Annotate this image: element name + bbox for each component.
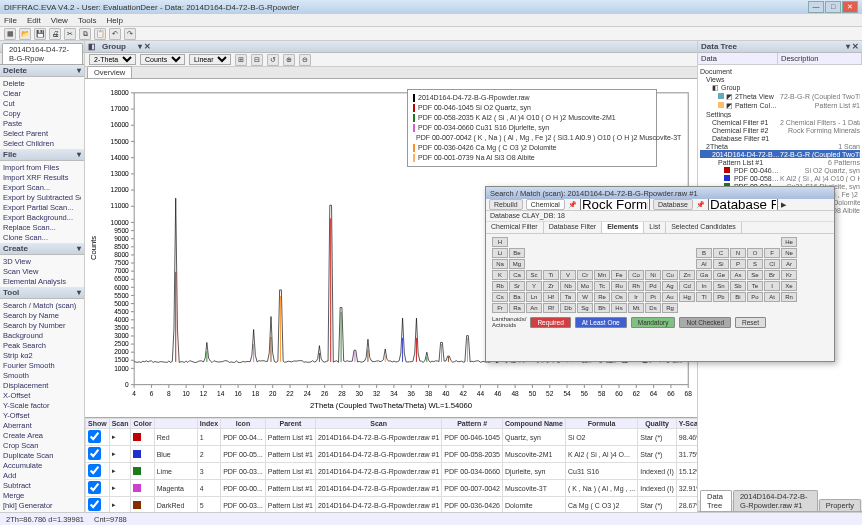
tree-row[interactable]: 2014D164-D4-72-B-G-Rpowder.raw #172-B-G-…: [700, 150, 860, 158]
element-Te[interactable]: Te: [747, 281, 763, 291]
element-V[interactable]: V: [560, 270, 576, 280]
scale-select[interactable]: Linear: [189, 54, 231, 65]
axis-x-select[interactable]: 2-Theta: [89, 54, 136, 65]
row-show-checkbox[interactable]: [88, 464, 101, 477]
file-section-header[interactable]: File▾: [0, 149, 84, 161]
tool-print-icon[interactable]: 🖨: [49, 28, 61, 40]
close-button[interactable]: ✕: [842, 1, 858, 13]
tree-row[interactable]: Document: [700, 67, 860, 75]
element-Cd[interactable]: Cd: [679, 281, 695, 291]
pin-icon[interactable]: 📌: [568, 201, 577, 209]
tool-save-icon[interactable]: 💾: [34, 28, 46, 40]
element-Zn[interactable]: Zn: [679, 270, 695, 280]
element-Re[interactable]: Re: [594, 292, 610, 302]
element-Ti[interactable]: Ti: [543, 270, 559, 280]
element-Cu[interactable]: Cu: [662, 270, 678, 280]
element-In[interactable]: In: [696, 281, 712, 291]
database-filter-combo[interactable]: [708, 199, 778, 211]
chemical-filter-combo[interactable]: [580, 199, 650, 211]
tool-item[interactable]: Fourier Smooth: [3, 360, 81, 370]
file-item[interactable]: Export Scan...: [3, 182, 81, 192]
element-Ag[interactable]: Ag: [662, 281, 678, 291]
element-At[interactable]: At: [764, 292, 780, 302]
tool-item[interactable]: Crop Scan: [3, 440, 81, 450]
tool-item[interactable]: Create Area: [3, 430, 81, 440]
element-Br[interactable]: Br: [764, 270, 780, 280]
menu-view[interactable]: View: [51, 16, 68, 25]
btn-not-checked[interactable]: Not Checked: [679, 317, 731, 328]
chart-tool-icon[interactable]: ↺: [267, 54, 279, 66]
dlg-subtab[interactable]: Database Filter: [544, 222, 602, 233]
element-Fr[interactable]: Fr: [492, 303, 508, 313]
row-scan-icon[interactable]: ▸: [109, 463, 131, 480]
file-item[interactable]: Replace Scan...: [3, 222, 81, 232]
element-Y[interactable]: Y: [526, 281, 542, 291]
element-Os[interactable]: Os: [611, 292, 627, 302]
menu-file[interactable]: File: [4, 16, 17, 25]
max-button[interactable]: □: [825, 1, 841, 13]
delete-item[interactable]: Paste: [3, 118, 81, 128]
menu-tools[interactable]: Tools: [78, 16, 97, 25]
element-Tc[interactable]: Tc: [594, 281, 610, 291]
element-Sg[interactable]: Sg: [577, 303, 593, 313]
tool-item[interactable]: Aberrant: [3, 420, 81, 430]
element-Ar[interactable]: Ar: [781, 259, 797, 269]
row-scan-icon[interactable]: ▸: [109, 429, 131, 446]
element-Rh[interactable]: Rh: [628, 281, 644, 291]
tool-item[interactable]: Displacement: [3, 380, 81, 390]
tool-item[interactable]: Smooth: [3, 370, 81, 380]
element-Cr[interactable]: Cr: [577, 270, 593, 280]
element-Sc[interactable]: Sc: [526, 270, 542, 280]
tree-row[interactable]: PDF 00-058-2035K Al2 ( Si , Al )4 O10 ( …: [700, 174, 860, 182]
element-Hf[interactable]: Hf: [543, 292, 559, 302]
tool-open-icon[interactable]: 📂: [19, 28, 31, 40]
tool-item[interactable]: Y-Offset: [3, 410, 81, 420]
tree-row[interactable]: 2Theta1 Scan: [700, 142, 860, 150]
element-Rb[interactable]: Rb: [492, 281, 508, 291]
tool-item[interactable]: Search by Name: [3, 310, 81, 320]
tool-paste-icon[interactable]: 📋: [94, 28, 106, 40]
delete-item[interactable]: Select Parent: [3, 128, 81, 138]
delete-item[interactable]: Clear: [3, 88, 81, 98]
dlg-subtab[interactable]: Selected Candidates: [666, 222, 742, 233]
tool-item[interactable]: Background: [3, 330, 81, 340]
element-Xe[interactable]: Xe: [781, 281, 797, 291]
element-Sn[interactable]: Sn: [713, 281, 729, 291]
tree-footer-tab[interactable]: Property: [819, 499, 861, 511]
table-row[interactable]: ▸DarkRed5PDF 00-03...Pattern List #12014…: [86, 497, 698, 513]
element-Be[interactable]: Be: [509, 248, 525, 258]
element-Pt[interactable]: Pt: [645, 292, 661, 302]
tool-redo-icon[interactable]: ↷: [124, 28, 136, 40]
tool-item[interactable]: Y-Scale factor: [3, 400, 81, 410]
element-Mn[interactable]: Mn: [594, 270, 610, 280]
tool-item[interactable]: X-Offset: [3, 390, 81, 400]
tool-item[interactable]: [hkl] Generator: [3, 500, 81, 510]
create-item[interactable]: 3D View: [3, 256, 81, 266]
element-Li[interactable]: Li: [492, 248, 508, 258]
element-Hg[interactable]: Hg: [679, 292, 695, 302]
element-Po[interactable]: Po: [747, 292, 763, 302]
tree-row[interactable]: Views: [700, 75, 860, 83]
tool-item[interactable]: Peak Search: [3, 340, 81, 350]
element-Pd[interactable]: Pd: [645, 281, 661, 291]
tree-row[interactable]: Database Filter #1: [700, 134, 860, 142]
element-He[interactable]: He: [781, 237, 797, 247]
element-Cl[interactable]: Cl: [764, 259, 780, 269]
element-Pb[interactable]: Pb: [713, 292, 729, 302]
element-Mt[interactable]: Mt: [628, 303, 644, 313]
table-row[interactable]: ▸Lime3PDF 00-03...Pattern List #12014D16…: [86, 463, 698, 480]
element-Nb[interactable]: Nb: [560, 281, 576, 291]
tool-item[interactable]: Strip kα2: [3, 350, 81, 360]
element-Ne[interactable]: Ne: [781, 248, 797, 258]
row-scan-icon[interactable]: ▸: [109, 497, 131, 513]
element-Na[interactable]: Na: [492, 259, 508, 269]
element-Sr[interactable]: Sr: [509, 281, 525, 291]
element-H[interactable]: H: [492, 237, 508, 247]
file-item[interactable]: Clone Scan...: [3, 232, 81, 242]
min-button[interactable]: —: [808, 1, 824, 13]
delete-item[interactable]: Delete: [3, 78, 81, 88]
delete-item[interactable]: Copy: [3, 108, 81, 118]
row-scan-icon[interactable]: ▸: [109, 480, 131, 497]
btn-mandatory[interactable]: Mandatory: [631, 317, 676, 328]
dlg-subtab[interactable]: Elements: [602, 222, 644, 233]
